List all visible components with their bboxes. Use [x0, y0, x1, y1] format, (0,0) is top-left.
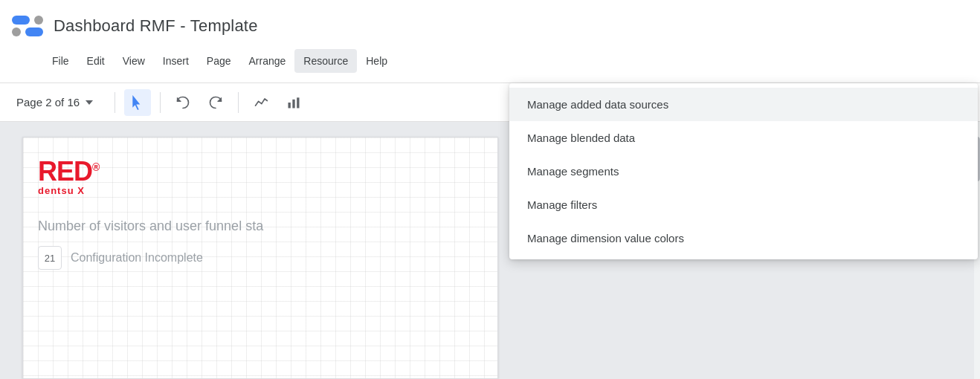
svg-rect-0 — [288, 103, 291, 108]
redo-icon — [208, 95, 223, 110]
menu-item-file[interactable]: File — [43, 49, 78, 73]
cursor-icon — [130, 95, 145, 110]
toolbar-separator-1 — [115, 92, 115, 113]
svg-rect-2 — [297, 97, 299, 108]
bar-chart-icon — [286, 95, 301, 110]
logo-pill-bottom-left — [12, 27, 21, 36]
registered-symbol: ® — [92, 161, 99, 173]
dropdown-item-manage-dimension-colors[interactable]: Manage dimension value colors — [509, 221, 978, 255]
document-title: Dashboard RMF - Template — [54, 16, 258, 36]
logo-pill-top-left — [12, 16, 30, 25]
menu-item-arrange[interactable]: Arrange — [240, 49, 295, 73]
dropdown-item-manage-filters[interactable]: Manage filters — [509, 188, 978, 221]
logo-pill-top-right — [34, 16, 43, 25]
toolbar-separator-2 — [160, 92, 161, 113]
menu-item-edit[interactable]: Edit — [78, 49, 114, 73]
redo-button[interactable] — [202, 89, 229, 116]
dropdown-item-manage-blended-data[interactable]: Manage blended data — [509, 121, 978, 155]
toolbar-separator-3 — [238, 92, 239, 113]
resource-dropdown: Manage added data sources Manage blended… — [509, 83, 978, 259]
logo-pill-bottom-right — [25, 27, 43, 36]
chevron-down-icon — [86, 100, 93, 105]
bar-chart-button[interactable] — [280, 89, 307, 116]
line-chart-icon — [254, 95, 268, 110]
config-text: Configuration Incomplete — [71, 251, 203, 265]
page-selector-label: Page 2 of 16 — [16, 96, 80, 108]
x-label: X — [77, 185, 85, 196]
page-selector[interactable]: Page 2 of 16 — [9, 91, 106, 113]
dentsu-x-label: dentsu X — [38, 185, 99, 196]
menu-item-insert[interactable]: Insert — [154, 49, 198, 73]
app-header: Dashboard RMF - Template File Edit View … — [0, 0, 980, 83]
app-logo — [12, 10, 43, 42]
menu-item-help[interactable]: Help — [357, 49, 396, 73]
brand-logo-area: RED® dentsu X — [38, 152, 483, 196]
dentsu-label: dentsu — [38, 185, 74, 196]
page-canvas: RED® dentsu X Number of visitors and use… — [22, 137, 498, 379]
svg-rect-1 — [292, 99, 294, 108]
dropdown-item-manage-segments[interactable]: Manage segments — [509, 155, 978, 188]
canvas-content: RED® dentsu X Number of visitors and use… — [38, 152, 483, 270]
menu-bar: File Edit View Insert Page Arrange Resou… — [0, 45, 980, 77]
red-label: RED — [38, 156, 92, 187]
line-chart-button[interactable] — [248, 89, 274, 116]
undo-icon — [175, 95, 190, 110]
select-tool-button[interactable] — [124, 89, 151, 116]
menu-item-resource[interactable]: Resource — [294, 49, 357, 73]
brand-red-text: RED® — [38, 158, 99, 185]
config-badge: 21 — [38, 246, 62, 270]
menu-item-view[interactable]: View — [114, 49, 154, 73]
menu-item-page[interactable]: Page — [198, 49, 240, 73]
undo-button[interactable] — [170, 89, 196, 116]
dropdown-item-manage-data-sources[interactable]: Manage added data sources — [509, 88, 978, 121]
section-text: Number of visitors and user funnel sta — [38, 218, 483, 234]
title-row: Dashboard RMF - Template — [0, 0, 980, 45]
config-row: 21 Configuration Incomplete — [38, 246, 483, 270]
